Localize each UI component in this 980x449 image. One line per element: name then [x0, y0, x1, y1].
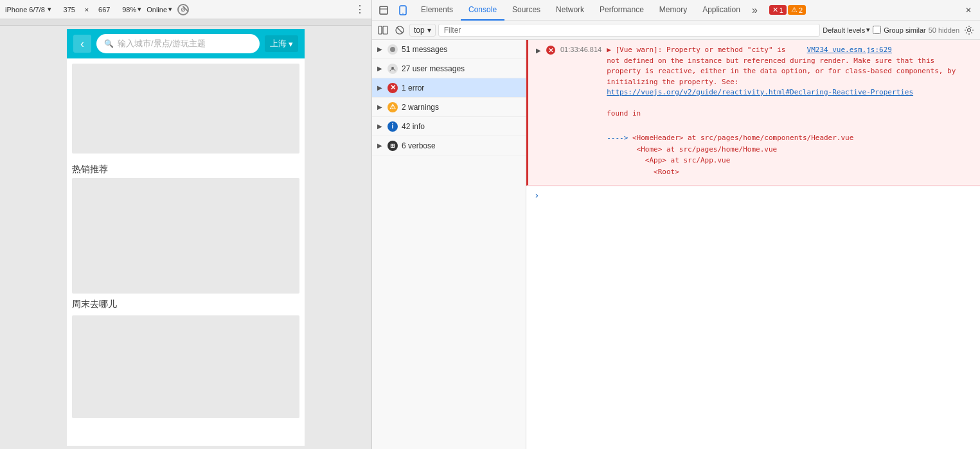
default-levels-label: Default levels	[823, 26, 865, 34]
message-group-all[interactable]: ▶ 51 messages	[372, 40, 526, 59]
console-filter-input[interactable]	[438, 24, 821, 37]
network-chevron-icon: ▾	[168, 5, 172, 13]
error-timestamp: 01:33:46.814	[560, 46, 601, 53]
error-entry-header: ▶ ✕ 01:33:46.814 ▶ [Vue warn]: Property …	[536, 45, 972, 177]
device-chevron-icon: ▾	[48, 5, 51, 13]
svg-rect-3	[379, 26, 382, 34]
vue-docs-link[interactable]: https://vuejs.org/v2/guide/reactivity.ht…	[607, 88, 913, 96]
tab-sources-label: Sources	[512, 5, 540, 14]
console-toolbar: top ▾ Default levels ▾ Group similar 50 …	[372, 21, 980, 40]
message-group-user[interactable]: ▶ 27 user messages	[372, 59, 526, 78]
warn-triangle-icon: ⚠	[791, 6, 797, 14]
city-selector[interactable]: 上海 ▾	[265, 35, 298, 52]
stack-line-1: ----> <HomeHeader> at src/pages/home/com…	[607, 134, 853, 142]
tab-sources[interactable]: Sources	[504, 0, 548, 21]
tab-network-label: Network	[556, 5, 584, 14]
warning-messages-icon: ⚠	[388, 102, 398, 112]
mobile-app-content: ‹ 🔍 输入城市/景点/游玩主题 上海 ▾ 热销推荐 周末去哪儿	[67, 29, 305, 446]
close-icon: ✕	[965, 6, 972, 15]
clear-console-icon[interactable]	[393, 23, 407, 37]
zoom-chevron-icon: ▾	[138, 5, 141, 13]
more-options-icon[interactable]: ⋮	[355, 3, 366, 15]
tab-performance[interactable]: Performance	[592, 0, 652, 21]
info-messages-label: 42 info	[402, 122, 425, 131]
tab-application[interactable]: Application	[695, 0, 748, 21]
message-group-warning[interactable]: ▶ ⚠ 2 warnings	[372, 98, 526, 117]
group-similar-label[interactable]: Group similar	[873, 26, 925, 34]
console-content-area: ▶ 51 messages ▶ 27 user messages ▶ ✕ 1 e…	[372, 40, 980, 449]
horizontal-scrollbar[interactable]	[0, 19, 371, 26]
svg-point-7	[968, 28, 971, 31]
network-selector[interactable]: Online ▾	[147, 5, 172, 13]
error-expand-inline-icon[interactable]: ▶	[607, 46, 611, 54]
error-x-icon: ✕	[772, 6, 778, 14]
svg-point-8	[390, 47, 395, 52]
zoom-selector[interactable]: 98% ▾	[122, 5, 141, 13]
device-selector[interactable]: iPhone 6/7/8 ▾	[5, 5, 51, 13]
svg-rect-4	[383, 26, 388, 34]
zoom-value: 98%	[122, 6, 136, 13]
tab-console-label: Console	[468, 5, 497, 14]
error-source-link[interactable]: VM234 vue.esm.js:629	[807, 46, 892, 54]
inspect-element-icon[interactable]	[375, 1, 393, 19]
stack-component-1: <HomeHeader> at src/pages/home/component…	[632, 134, 853, 142]
device-name: iPhone 6/7/8	[5, 6, 45, 13]
console-sidebar-toggle-icon[interactable]	[376, 23, 390, 37]
all-messages-icon	[388, 44, 398, 55]
error-message-body: ▶ [Vue warn]: Property or method "city" …	[607, 45, 972, 177]
console-prompt-area[interactable]: ›	[526, 186, 980, 204]
context-selector[interactable]: top ▾	[409, 24, 436, 37]
back-button[interactable]: ‹	[73, 35, 91, 53]
user-messages-label: 27 user messages	[402, 64, 465, 73]
verbose-messages-icon: ⊞	[388, 141, 398, 151]
default-levels-button[interactable]: Default levels ▾	[823, 26, 870, 34]
tab-application-label: Application	[702, 5, 740, 14]
group-similar-checkbox[interactable]	[873, 26, 881, 34]
tab-memory[interactable]: Memory	[652, 0, 695, 21]
error-count-badge[interactable]: ✕ 1	[769, 5, 787, 15]
expand-arrow-info: ▶	[377, 123, 384, 130]
verbose-messages-label: 6 verbose	[402, 141, 436, 150]
network-status: Online	[147, 6, 167, 13]
expand-arrow-error: ▶	[377, 84, 384, 91]
error-stack-trace: ----> <HomeHeader> at src/pages/home/com…	[607, 130, 972, 177]
expand-arrow-warning: ▶	[377, 103, 384, 110]
error-expand-button[interactable]: ▶	[536, 47, 541, 54]
devtools-panel: Elements Console Sources Network Perform…	[371, 0, 980, 449]
devtools-tabs-bar: Elements Console Sources Network Perform…	[372, 0, 980, 21]
mobile-app-header: ‹ 🔍 输入城市/景点/游玩主题 上海 ▾	[67, 29, 305, 58]
info-messages-icon: i	[388, 121, 398, 132]
message-group-verbose[interactable]: ▶ ⊞ 6 verbose	[372, 136, 526, 155]
svg-rect-0	[380, 6, 388, 14]
svg-line-6	[397, 28, 402, 33]
devtools-close-button[interactable]: ✕	[959, 1, 977, 19]
svg-point-9	[391, 67, 394, 69]
console-main-area: ▶ ✕ 01:33:46.814 ▶ [Vue warn]: Property …	[526, 40, 980, 449]
tab-network[interactable]: Network	[548, 0, 592, 21]
group-similar-text: Group similar	[884, 26, 925, 34]
default-levels-chevron-icon: ▾	[866, 26, 870, 34]
section1-content-placeholder	[72, 178, 299, 294]
stack-line-4: <Root>	[607, 168, 679, 176]
banner-placeholder	[72, 64, 299, 154]
error-messages-icon: ✕	[388, 83, 398, 93]
hidden-count: 50 hidden	[929, 26, 959, 34]
device-toggle-icon[interactable]	[394, 1, 412, 19]
no-throttle-icon: Ø	[177, 4, 189, 15]
more-tabs-icon[interactable]: »	[748, 4, 762, 16]
tab-console[interactable]: Console	[461, 0, 504, 21]
dimension-separator: ×	[85, 6, 89, 13]
search-box[interactable]: 🔍 输入城市/景点/游玩主题	[96, 34, 260, 53]
height-input[interactable]	[91, 6, 117, 13]
city-chevron-icon: ▾	[289, 39, 293, 49]
warn-count-badge[interactable]: ⚠ 2	[788, 5, 806, 15]
tab-elements-label: Elements	[421, 5, 453, 14]
message-group-error[interactable]: ▶ ✕ 1 error	[372, 78, 526, 98]
width-input[interactable]	[57, 6, 82, 13]
found-in-text: found in	[607, 109, 641, 118]
tab-elements[interactable]: Elements	[413, 0, 461, 21]
warn-count: 2	[799, 6, 803, 14]
expand-arrow-user: ▶	[377, 65, 384, 72]
message-group-info[interactable]: ▶ i 42 info	[372, 117, 526, 136]
console-settings-icon[interactable]	[962, 23, 976, 37]
